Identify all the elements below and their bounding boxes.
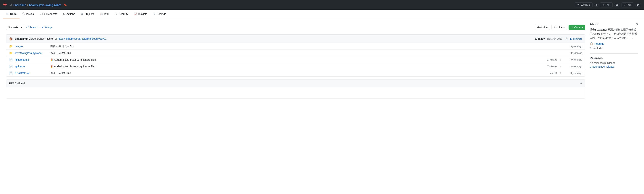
github-logo-icon: ✳ [3,2,7,8]
file-table: 📁 Images 图灵api申请说明图片 3 years ago 📁 JavaS… [6,43,585,76]
file-name-link[interactable]: Images [15,45,48,48]
file-name-link[interactable]: .gitignore [15,65,48,68]
chevron-down-icon: ▾ [589,4,590,6]
wiki-tab-icon: 📖 [100,13,103,16]
branch-count-link[interactable]: ⑂ 1 branch [26,26,38,29]
file-age: 3 years ago [564,52,582,54]
readme-link[interactable]: 📋 Readme [590,42,638,45]
commit-date: on 5 Jun 2018 [547,37,562,40]
commit-msg-text: Merge branch 'master' of [28,37,57,40]
separator-dot: · [40,26,40,29]
star-icon: ☆ [602,4,604,6]
commit-sha[interactable]: 33da25f [534,37,545,40]
edit-readme-button[interactable]: ✏ [580,81,582,85]
path-separator: / [27,3,28,7]
about-settings-icon[interactable]: ⚙ [636,23,638,26]
file-age: 3 years ago [564,72,582,74]
releases-section: Releases No releases published Create a … [590,57,638,68]
tab-issues[interactable]: ⓘ Issues [20,10,36,19]
tab-actions-label: Actions [66,13,75,16]
about-title: About [590,23,598,26]
repo-size-label: 3.84 MB [593,46,602,49]
watch-button[interactable]: 👁 Watch ▾ [575,3,592,8]
content-wrapper: ⑂ master ▾ ⑂ 1 branch · 🏷 0 [6,23,638,99]
tab-security[interactable]: 🛡 Security [112,10,131,19]
star-label: Star [606,4,610,6]
commit-link[interactable]: https://github.com/Snailclimb/BeautyJava… [58,37,108,40]
commit-bar: 🐌 Snailclimb Merge branch 'master' of ht… [6,34,585,43]
repo-path: 🗂 Snailclimb / beauty-java-swing-robot 🔖 [10,3,67,7]
tag-count: 0 [45,26,47,29]
add-file-label: Add file [554,26,562,29]
file-age: 3 years ago [564,45,582,48]
clock-icon: 🕐 [565,37,568,40]
fork-icon: ⑂ [624,4,626,6]
tab-insights-label: Insights [138,13,147,16]
releases-title: Releases [590,57,638,60]
security-tab-icon: 🛡 [115,13,118,16]
file-message: 修改README.md [50,51,544,55]
file-size: 4.7 KB [542,72,557,74]
tab-pull-requests[interactable]: ⑇ Pull requests [37,10,60,19]
tab-projects[interactable]: ▦ Projects [78,10,97,19]
fork-button[interactable]: ⑂ Fork [622,3,634,8]
commit-author[interactable]: Snailclimb [15,37,28,40]
branch-bar: ⑂ master ▾ ⑂ 1 branch · 🏷 0 [6,23,585,32]
branch-name: master [11,26,20,29]
download-icon: ⬇ [571,26,573,29]
issues-tab-icon: ⓘ [22,12,25,16]
fork-count-badge: 14 [635,3,641,7]
tab-insights[interactable]: 📈 Insights [131,10,150,19]
sidebar: About ⚙ 结合BeautyEye开源UI框架实现的较美观的Java桌面程序… [590,23,638,99]
file-size: 574 Bytes [542,65,557,68]
tab-code[interactable]: <> Code [3,10,20,19]
bookmark-icon[interactable]: 🔖 [64,3,67,6]
readme-icon: 📋 [590,42,593,45]
file-icon: 📄 [9,65,12,68]
commit-meta: 33da25f on 5 Jun 2018 🕐 17 commits [534,37,582,40]
tab-actions[interactable]: ▷ Actions [60,10,78,19]
table-row: 📁 JavaSwingBeautyRobot 修改README.md 3 yea… [6,50,585,56]
branch-chevron-icon: ▾ [20,26,22,29]
file-name-link[interactable]: .gitattributes [15,58,48,61]
projects-tab-icon: ▦ [81,13,84,16]
watch-count-badge: 0 [594,3,599,7]
table-row: 📄 README.md 修改README.md 4.7 KB ⬆ 3 years… [6,70,585,76]
repo-name-link[interactable]: beauty-java-swing-robot [29,3,61,7]
actions-tab-icon: ▷ [63,13,66,16]
go-to-file-button[interactable]: Go to file [535,25,550,30]
settings-tab-icon: ⚙ [153,13,156,16]
code-dropdown-button[interactable]: ⬇ Code ▾ [568,25,585,30]
tab-settings-label: Settings [157,13,166,16]
eye-icon: 👁 [577,4,580,6]
repo-owner[interactable]: Snailclimb [14,3,26,7]
branch-count: 1 [28,26,30,29]
star-count-badge: 35 [614,3,620,7]
readme-label: Readme [594,42,604,45]
tab-settings[interactable]: ⚙ Settings [150,10,169,19]
commits-count-link[interactable]: 17 commits [570,37,582,40]
file-name-link[interactable]: JavaSwingBeautyRobot [15,52,48,55]
pr-tab-icon: ⑇ [40,13,41,16]
file-message: 图灵api申请说明图片 [50,45,544,48]
create-release-link[interactable]: Create a new release [590,65,614,68]
file-name-link[interactable]: README.md [15,72,48,75]
add-file-chevron-icon: ▾ [563,26,565,29]
branch-selector-button[interactable]: ⑂ master ▾ [6,25,24,30]
folder-icon: 📁 [9,45,12,48]
tab-issues-label: Issues [26,13,34,16]
repo-size-info: ≡ 3.84 MB [590,46,638,49]
topbar: ✳ 🗂 Snailclimb / beauty-java-swing-robot… [0,0,644,10]
table-row: 📁 Images 图灵api申请说明图片 3 years ago [6,43,585,50]
about-description: 结合BeautyEye开源UI框架实现的较美观的Java桌面程序，主要功能就是图… [590,28,638,40]
tag-count-link[interactable]: 🏷 0 tags [42,26,52,29]
star-button[interactable]: ☆ Star [600,3,612,8]
readme-header: README.md ✏ [6,80,585,87]
tab-wiki[interactable]: 📖 Wiki [97,10,112,19]
commits-label: commits [573,37,582,40]
add-file-button[interactable]: Add file ▾ [552,25,567,30]
book-icon: 🗂 [10,3,12,6]
no-releases-text: No releases published [590,61,638,64]
tab-projects-label: Projects [84,13,94,16]
file-size: 378 Bytes [542,58,557,61]
